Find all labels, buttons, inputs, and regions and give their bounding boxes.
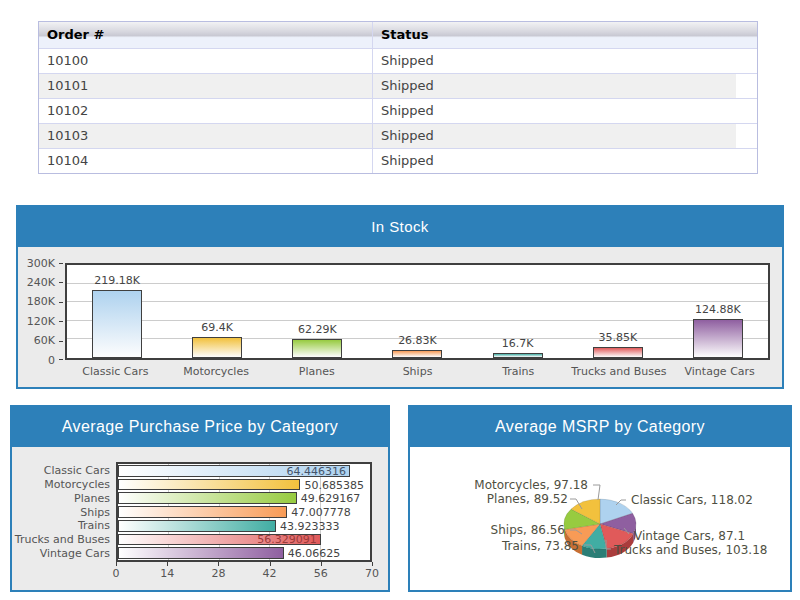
category-label-motorcycles: Motorcycles [166,365,267,378]
bar-row-trucks-and-buses: 56.329091 [118,533,370,547]
bar-motorcycles [192,337,242,359]
pie-label-classic-cars: Classic Cars, 118.02 [631,493,753,507]
y-axis-tick-label: 0 [48,354,55,367]
status-cell: Shipped [373,99,757,123]
pie-label-motorcycles: Motorcycles, 97.18 [474,478,588,492]
orders-table: Order # Status 10100Shipped10101Shipped1… [38,21,758,174]
value-label: 43.923333 [280,519,340,532]
value-label: 35.85K [568,331,668,344]
in-stock-panel-title: In Stock [18,207,782,247]
pie-label-vintage-cars: Vintage Cars, 87.1 [634,529,745,543]
bar-row-classic-cars: 64.446316 [118,464,370,478]
avg-price-category-axis: Classic CarsMotorcyclesPlanesShipsTrains… [12,464,110,560]
x-axis-tick [218,562,219,566]
category-label-planes: Planes [12,491,110,505]
x-axis-tick [116,562,117,566]
value-label: 49.629167 [301,492,361,505]
order-number-cell: 10103 [39,124,373,148]
y-axis-tick-label: 120K [27,315,55,328]
value-label: 47.007778 [291,506,351,519]
pie-label-ships: Ships, 86.56 [491,523,565,537]
category-label-trucks-and-buses: Trucks and Buses [12,533,110,547]
order-number-cell: 10100 [39,49,373,73]
category-label-planes: Planes [266,365,367,378]
in-stock-panel: In Stock 060K120K180K240K300K 219.18K69.… [16,205,784,389]
status-cell: Shipped [373,49,757,73]
bar-slot-vintage-cars: 124.88K [668,265,768,358]
bar-classic-cars [92,290,142,358]
avg-purchase-price-title: Average Purchase Price by Category [12,407,388,447]
bar-planes [292,339,342,358]
y-axis-tick-label: 60K [34,334,55,347]
orders-table-header: Order # Status [39,22,757,49]
bar-ships [118,506,287,518]
bar-motorcycles [118,479,300,491]
y-axis-tick [59,302,63,303]
category-label-vintage-cars: Vintage Cars [12,546,110,560]
category-label-trains: Trains [12,519,110,533]
bar-trains [118,520,276,532]
status-cell: Shipped [373,149,757,173]
x-axis-tick-label: 70 [365,567,379,580]
value-label: 50.685385 [304,478,364,491]
avg-msrp-chart: Classic Cars, 118.02Motorcycles, 97.18Pl… [410,447,790,590]
category-label-classic-cars: Classic Cars [65,365,166,378]
table-row: 10102Shipped [39,98,757,123]
pie-chart [410,447,790,590]
table-row: 10103Shipped [39,123,757,148]
table-row: 10104Shipped [39,148,757,173]
x-axis-tick [270,562,271,566]
in-stock-y-axis: 060K120K180K240K300K [18,263,64,360]
value-label: 69.4K [167,321,267,334]
avg-price-x-axis: 01428425670 [116,562,372,582]
bar-row-trains: 43.923333 [118,519,370,533]
category-label-vintage-cars: Vintage Cars [669,365,770,378]
in-stock-chart: 060K120K180K240K300K 219.18K69.4K62.29K2… [18,247,782,387]
category-label-trucks-and-buses: Trucks and Buses [569,365,670,378]
bar-trucks-and-buses [593,347,643,358]
value-label: 16.7K [468,337,568,350]
bar-row-ships: 47.007778 [118,505,370,519]
value-label: 26.83K [367,334,467,347]
bar-slot-classic-cars: 219.18K [67,265,167,358]
bar-slot-trains: 16.7K [468,265,568,358]
value-label: 62.29K [267,323,367,336]
x-axis-tick [167,562,168,566]
order-number-cell: 10104 [39,149,373,173]
order-number-cell: 10101 [39,74,373,98]
y-axis-tick-label: 300K [27,257,55,270]
y-axis-tick [59,359,63,360]
bar-vintage-cars [118,547,284,559]
value-label: 46.06625 [288,547,341,560]
status-cell: Shipped [373,74,757,98]
bar-slot-ships: 26.83K [367,265,467,358]
category-label-trains: Trains [468,365,569,378]
value-label: 64.446316 [287,464,347,477]
bar-slot-trucks-and-buses: 35.85K [568,265,668,358]
in-stock-category-axis: Classic CarsMotorcyclesPlanesShipsTrains… [65,365,770,378]
avg-price-plot-area: 64.44631650.68538549.62916747.00777843.9… [116,462,372,562]
category-label-motorcycles: Motorcycles [12,478,110,492]
bar-row-motorcycles: 50.685385 [118,478,370,492]
orders-table-body: 10100Shipped10101Shipped10102Shipped1010… [39,49,757,173]
x-axis-tick-label: 42 [263,567,277,580]
x-axis-tick-label: 14 [160,567,174,580]
x-axis-tick [372,562,373,566]
pie-label-trucks-and-buses: Trucks and Buses, 103.18 [614,543,767,557]
bar-ships [392,350,442,358]
bar-row-vintage-cars: 46.06625 [118,546,370,560]
value-label: 124.88K [668,303,768,316]
bar-planes [118,492,297,504]
avg-purchase-price-panel: Average Purchase Price by Category Class… [10,405,390,592]
y-axis-tick [59,321,63,322]
category-label-classic-cars: Classic Cars [12,464,110,478]
avg-msrp-panel: Average MSRP by Category Classic Cars, 1… [408,405,792,592]
bar-trains [493,353,543,358]
y-axis-tick [59,263,63,264]
value-label: 219.18K [67,274,167,287]
bar-vintage-cars [693,319,743,358]
pie-label-trains: Trains, 73.85 [502,539,579,553]
pie-callout-line [593,485,600,500]
in-stock-plot-area: 219.18K69.4K62.29K26.83K16.7K35.85K124.8… [65,263,770,360]
order-number-cell: 10102 [39,99,373,123]
